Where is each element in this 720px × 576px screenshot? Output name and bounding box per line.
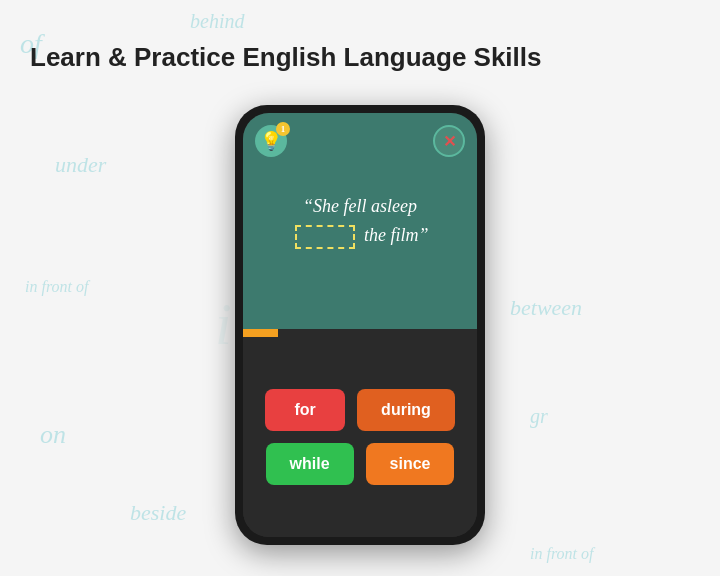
sentence-display: “She fell asleep the film”: [291, 192, 428, 250]
answer-row-1: for during: [265, 389, 455, 431]
answer-while-button[interactable]: while: [266, 443, 354, 485]
answer-for-button[interactable]: for: [265, 389, 345, 431]
page-title: Learn & Practice English Language Skills: [30, 42, 690, 73]
close-button[interactable]: ✕: [433, 125, 465, 157]
bg-word-beside: beside: [130, 500, 186, 526]
bg-word-on: on: [40, 420, 66, 450]
hint-button[interactable]: 💡 1: [255, 125, 287, 157]
bg-word-i: i: [215, 290, 232, 359]
answer-since-button[interactable]: since: [366, 443, 455, 485]
bg-word-infrontof: in front of: [25, 278, 88, 296]
bg-word-gr: gr: [530, 405, 548, 428]
answers-area: for during while since: [243, 337, 477, 537]
bg-word-between: between: [510, 295, 582, 321]
hint-badge: 1: [276, 122, 290, 136]
phone-screen: 💡 1 ✕ “She fell asleep the film” for: [243, 113, 477, 537]
sentence-after: the film”: [364, 225, 429, 245]
bg-word-under: under: [55, 152, 106, 178]
close-icon: ✕: [443, 132, 456, 151]
answer-during-button[interactable]: during: [357, 389, 455, 431]
progress-fill: [243, 329, 278, 337]
phone-mockup: 💡 1 ✕ “She fell asleep the film” for: [235, 105, 485, 545]
answer-blank: [295, 225, 355, 249]
answer-row-2: while since: [266, 443, 455, 485]
sentence-before: “She fell asleep: [303, 196, 417, 216]
progress-bar-container: [243, 329, 477, 337]
bg-word-infrontof2: in front of: [530, 545, 593, 563]
bg-word-behind: behind: [190, 10, 244, 33]
question-area: 💡 1 ✕ “She fell asleep the film”: [243, 113, 477, 329]
